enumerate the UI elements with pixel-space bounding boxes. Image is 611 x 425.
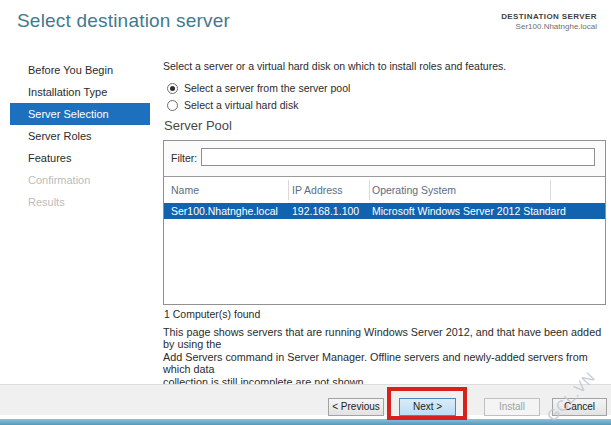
radio-select-vhd[interactable]: Select a virtual hard disk: [167, 99, 298, 111]
red-annotation-box: [387, 387, 467, 420]
radio-selected-icon[interactable]: [167, 83, 178, 94]
filter-row: Filter:: [164, 141, 605, 176]
page-title: Select destination server: [17, 10, 230, 32]
description-line: This page shows servers that are running…: [163, 326, 610, 351]
cell-operating-system: Microsoft Windows Server 2012 Standard: [372, 205, 566, 217]
cell-server-name: Ser100.Nhatnghe.local: [171, 205, 278, 217]
destination-server-label: DESTINATION SERVER: [501, 12, 597, 22]
filter-input[interactable]: [201, 148, 595, 166]
sidebar-item-confirmation: Confirmation: [10, 169, 150, 191]
column-header-name[interactable]: Name: [171, 184, 199, 196]
radio-label: Select a server from the server pool: [184, 82, 350, 94]
column-header-os[interactable]: Operating System: [372, 184, 456, 196]
sidebar-item-before-you-begin[interactable]: Before You Begin: [10, 59, 150, 81]
radio-label: Select a virtual hard disk: [184, 99, 298, 111]
filter-label: Filter:: [171, 152, 197, 164]
intro-text: Select a server or a virtual hard disk o…: [163, 60, 603, 72]
table-row-selected[interactable]: Ser100.Nhatnghe.local 192.168.1.100 Micr…: [164, 203, 605, 219]
server-pool-panel: Filter: Name IP Address Operating System…: [163, 140, 606, 305]
description-line: Add Servers command in Server Manager. O…: [163, 351, 610, 376]
sidebar-item-features[interactable]: Features: [10, 147, 150, 169]
sidebar-item-server-roles[interactable]: Server Roles: [10, 125, 150, 147]
column-divider: [369, 180, 370, 200]
server-pool-heading: Server Pool: [164, 118, 232, 133]
sidebar-item-results: Results: [10, 191, 150, 213]
install-button: Install: [484, 398, 540, 416]
column-divider: [550, 180, 551, 200]
wizard-steps-sidebar: Before You Begin Installation Type Serve…: [0, 59, 158, 213]
sidebar-item-server-selection[interactable]: Server Selection: [10, 103, 150, 125]
column-divider: [288, 180, 289, 200]
previous-button[interactable]: < Previous: [328, 398, 384, 416]
destination-server-block: DESTINATION SERVER Ser100.Nhatnghe.local: [501, 12, 597, 32]
page-description: This page shows servers that are running…: [163, 326, 610, 388]
cell-ip-address: 192.168.1.100: [292, 205, 359, 217]
sidebar-item-installation-type[interactable]: Installation Type: [10, 81, 150, 103]
radio-select-server-pool[interactable]: Select a server from the server pool: [167, 82, 350, 94]
window-bottom-accent-bar: [0, 419, 611, 425]
server-table-header: Name IP Address Operating System: [164, 176, 605, 202]
column-header-ip[interactable]: IP Address: [292, 184, 343, 196]
radio-unselected-icon[interactable]: [167, 100, 178, 111]
destination-server-name: Ser100.Nhatnghe.local: [501, 22, 597, 32]
computers-found-count: 1 Computer(s) found: [164, 308, 260, 320]
